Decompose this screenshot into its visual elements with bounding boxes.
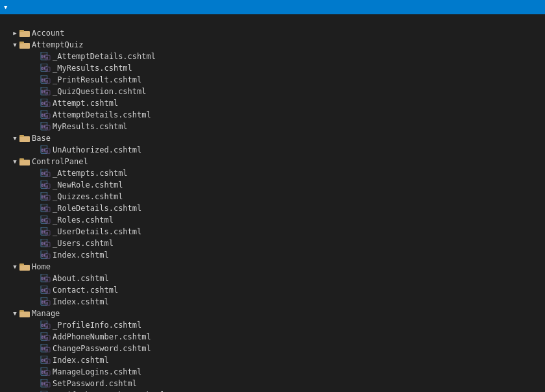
- file-label: Index.cshtml: [53, 297, 109, 306]
- tree-item-attemptdetails_cshtml[interactable]: @{} @ _AttemptDetails.cshtml: [0, 51, 539, 62]
- tree-item-setpassword_cshtml[interactable]: @{} @ SetPassword.cshtml: [0, 378, 539, 389]
- folder-label: ControlPanel: [32, 157, 88, 166]
- folder-label: AttemptQuiz: [32, 40, 83, 49]
- tree-item-index_cp_cshtml[interactable]: @{} @ Index.cshtml: [0, 249, 539, 261]
- razor-file-icon: @{} @: [40, 297, 51, 306]
- folder-arrow: ▶: [10, 30, 19, 36]
- razor-file-icon: @{} @: [40, 344, 51, 353]
- file-label: AddPhoneNumber.cshtml: [53, 332, 151, 341]
- folder-label: Manage: [32, 309, 60, 318]
- razor-file-icon: @{} @: [40, 99, 51, 108]
- tree-item-base[interactable]: ▼ Base: [0, 132, 539, 144]
- razor-file-icon: @{} @: [40, 192, 51, 201]
- razor-file-icon: @{} @: [40, 52, 51, 61]
- razor-file-icon: @{} @: [40, 87, 51, 96]
- folder-label: Account: [32, 29, 65, 38]
- file-label: _AttemptDetails.cshtml: [53, 52, 156, 61]
- razor-file-icon: @{} @: [40, 321, 51, 330]
- razor-file-icon: @{} @: [40, 204, 51, 213]
- folder-arrow: ▼: [10, 42, 19, 48]
- file-label: ChangePassword.cshtml: [53, 344, 151, 353]
- file-label: About.cshtml: [53, 274, 109, 283]
- folder-icon: [19, 263, 30, 271]
- tree-item-attempt_cshtml[interactable]: @{} @ Attempt.cshtml: [0, 97, 539, 109]
- folder-icon: [19, 310, 30, 317]
- svg-rect-32: [19, 136, 30, 142]
- tree-item-userdetails_cshtml[interactable]: @{} @ _UserDetails.cshtml: [0, 226, 539, 238]
- razor-file-icon: @{} @: [40, 180, 51, 190]
- razor-file-icon: @{} @: [40, 379, 51, 388]
- folder-arrow: ▼: [10, 135, 19, 141]
- tree-item-views[interactable]: [0, 16, 539, 27]
- header-arrow: ▼: [4, 4, 7, 10]
- tree-item-attemptquiz[interactable]: ▼ AttemptQuiz: [0, 39, 539, 51]
- file-label: _NewRole.cshtml: [53, 180, 123, 190]
- file-label: _Roles.cshtml: [53, 215, 114, 225]
- tree-item-attemptdetails2_cshtml[interactable]: @{} @ AttemptDetails.cshtml: [0, 109, 539, 121]
- svg-rect-39: [19, 158, 24, 160]
- svg-rect-3: [19, 42, 24, 43]
- tree-item-verifyphonenumber_cshtml[interactable]: @{} @ VerifyPhoneNumber.cshtml: [0, 389, 539, 392]
- file-label: MyResults.cshtml: [53, 122, 128, 131]
- razor-file-icon: @{} @: [40, 145, 51, 154]
- file-label: _ProfileInfo.cshtml: [53, 321, 141, 330]
- tree-item-controlpanel[interactable]: ▼ ControlPanel: [0, 156, 539, 167]
- razor-file-icon: @{} @: [40, 122, 51, 131]
- tree-item-about_cshtml[interactable]: @{} @ About.cshtml: [0, 273, 539, 284]
- svg-rect-33: [19, 135, 24, 137]
- file-label: _PrintResult.cshtml: [53, 75, 141, 84]
- svg-rect-86: [19, 312, 30, 317]
- file-label: _QuizQuestion.cshtml: [53, 87, 147, 96]
- tree-item-home[interactable]: ▼ Home: [0, 261, 539, 273]
- razor-file-icon: @{} @: [40, 367, 51, 376]
- tree-item-myresults2_cshtml[interactable]: @{} @ MyResults.cshtml: [0, 121, 539, 132]
- folder-arrow: ▼: [10, 310, 19, 317]
- tree-container[interactable]: ▼ ▶ Account▼ AttemptQuiz @{} @ _AttemptD…: [0, 0, 545, 392]
- tree-item-changepassword_cshtml[interactable]: @{} @ ChangePassword.cshtml: [0, 343, 539, 354]
- file-label: ManageLogins.cshtml: [53, 367, 141, 376]
- folder-icon: [19, 29, 30, 37]
- razor-file-icon: @{} @: [40, 75, 51, 84]
- razor-file-icon: @{} @: [40, 239, 51, 248]
- file-label: _UserDetails.cshtml: [53, 227, 141, 236]
- file-label: _MyResults.cshtml: [53, 64, 132, 73]
- razor-file-icon: @{} @: [40, 251, 51, 260]
- tree-item-contact_cshtml[interactable]: @{} @ Contact.cshtml: [0, 284, 539, 296]
- file-label: UnAuthorized.cshtml: [53, 145, 141, 154]
- razor-file-icon: @{} @: [40, 286, 51, 295]
- tree-item-index_manage_cshtml[interactable]: @{} @ Index.cshtml: [0, 354, 539, 366]
- tree-body: ▶ Account▼ AttemptQuiz @{} @ _AttemptDet…: [0, 14, 539, 392]
- folder-arrow: ▼: [10, 263, 19, 270]
- svg-rect-2: [19, 43, 30, 49]
- razor-file-icon: @{} @: [40, 64, 51, 73]
- tree-item-profileinfo_cshtml[interactable]: @{} @ _ProfileInfo.cshtml: [0, 319, 539, 331]
- tree-item-quizzes_cshtml[interactable]: @{} @ _Quizzes.cshtml: [0, 191, 539, 202]
- tree-item-addphonenumber_cshtml[interactable]: @{} @ AddPhoneNumber.cshtml: [0, 331, 539, 343]
- tree-item-users_cshtml[interactable]: @{} @ _Users.cshtml: [0, 238, 539, 249]
- tree-item-manage[interactable]: ▼ Manage: [0, 308, 539, 319]
- tree-item-account[interactable]: ▶ Account: [0, 27, 539, 39]
- tree-item-roledetails_cshtml[interactable]: @{} @ _RoleDetails.cshtml: [0, 202, 539, 214]
- tree-item-newrole_cshtml[interactable]: @{} @ _NewRole.cshtml: [0, 179, 539, 191]
- tree-item-managelogins_cshtml[interactable]: @{} @ ManageLogins.cshtml: [0, 366, 539, 378]
- tree-item-unauthorized_cshtml[interactable]: @{} @ UnAuthorized.cshtml: [0, 144, 539, 156]
- file-label: Index.cshtml: [53, 251, 109, 260]
- svg-rect-0: [19, 31, 30, 37]
- folder-arrow: ▼: [10, 158, 19, 165]
- folder-label: Base: [32, 134, 51, 143]
- file-label: Index.cshtml: [53, 356, 109, 365]
- razor-file-icon: @{} @: [40, 227, 51, 236]
- tree-item-myresults_cshtml[interactable]: @{} @ _MyResults.cshtml: [0, 62, 539, 74]
- folder-icon: [19, 158, 30, 165]
- folder-icon: [19, 134, 30, 142]
- razor-file-icon: @{} @: [40, 169, 51, 178]
- tree-item-roles_cshtml[interactable]: @{} @ _Roles.cshtml: [0, 214, 539, 226]
- tree-item-attempts_cshtml[interactable]: @{} @ _Attempts.cshtml: [0, 167, 539, 179]
- tree-item-index_home_cshtml[interactable]: @{} @ Index.cshtml: [0, 296, 539, 308]
- svg-rect-73: [19, 263, 24, 265]
- tree-item-printresult_cshtml[interactable]: @{} @ _PrintResult.cshtml: [0, 74, 539, 86]
- folder-label: Home: [32, 262, 51, 271]
- razor-file-icon: @{} @: [40, 274, 51, 283]
- tree-item-quizquestion_cshtml[interactable]: @{} @ _QuizQuestion.cshtml: [0, 86, 539, 97]
- svg-rect-1: [19, 30, 24, 32]
